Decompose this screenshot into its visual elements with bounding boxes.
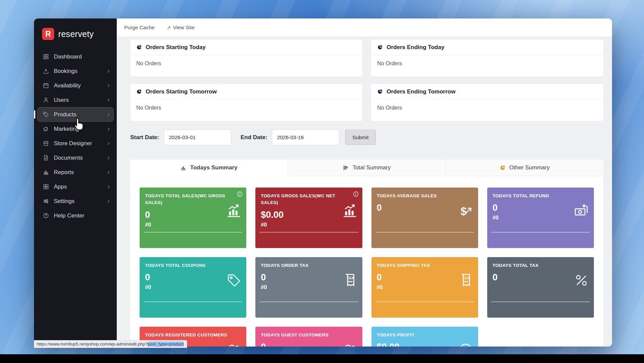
stat-card-todays-average-sales: TODAYS AVERAGE SALES0$ [371,188,478,248]
order-card-orders-starting-tomorrow: Orders Starting TomorrowNo Orders [130,84,362,121]
chevron-right-icon: › [107,183,110,191]
pie-chart-icon [377,44,383,50]
stat-title: TODAYS REGISTERED CUSTOMERS [145,332,241,338]
chevron-right-icon: › [107,154,110,162]
chevron-right-icon: › [107,111,110,118]
sidebar-item-documents[interactable]: Documents› [37,151,114,165]
cash-refund-icon [574,203,589,218]
stats-grid: TODAYS TOTAL SALES(WC GROSS SALES)0#0TOD… [140,188,594,347]
tab-total-summary[interactable]: Total Summary [288,160,445,176]
end-date-input[interactable] [272,129,339,145]
sidebar-item-label: Store Designer [54,140,92,147]
info-icon[interactable] [237,191,243,197]
pie-chart-icon [377,89,383,94]
bookings-icon [43,68,49,74]
sidebar-item-bookings[interactable]: Bookings› [37,64,114,78]
sidebar-item-users[interactable]: Users› [37,93,114,107]
order-card-body: No Orders [130,99,362,116]
tag-icon [226,273,242,288]
admin-topbar: Purge Cache ↗ View Site [117,18,612,37]
stat-divider [491,301,590,302]
chevron-right-icon: › [107,67,110,75]
tag-icon [43,111,49,118]
external-link-icon: ↗ [167,25,171,30]
stat-card-todays-guest-customers: TODAYS GUEST CUSTOMERS0#0 [255,327,362,347]
dollar-up-icon: $ [458,203,473,218]
stat-divider [259,301,358,302]
stat-title: TODAYS ORDER TAX [261,262,357,269]
stat-count: #0 [261,222,357,228]
stat-count: #0 [145,222,241,228]
megaphone-icon [43,126,49,132]
orders-summary-grid: Orders Starting TodayNo OrdersOrders End… [130,40,603,121]
sidebar-item-settings[interactable]: Settings› [37,194,114,208]
svg-text:TAX: TAX [347,276,354,280]
order-card-body: No Orders [130,55,362,72]
stat-card-todays-gross-sales-wc-net-sales: TODAYS GROSS SALES(WC NET SALES)$0.00#0 [255,188,362,248]
tab-label: Total Summary [353,164,391,171]
sidebar-item-label: Settings [54,198,74,205]
svg-text:$: $ [460,205,466,217]
purge-cache-link[interactable]: Purge Cache [124,25,154,31]
stat-title: TODAYS PROFIT [377,332,473,338]
sidebar-item-apps[interactable]: Apps› [37,179,114,194]
tab-label: Other Summary [509,164,550,171]
dashboard-content: Orders Starting TodayNo OrdersOrders End… [117,37,612,347]
document-icon [43,155,49,161]
sidebar-item-label: Apps [54,184,67,190]
pie-chart-icon [136,89,142,94]
bar-chart-icon [343,165,349,171]
stat-divider [144,301,242,302]
order-card-body: No Orders [371,99,603,116]
date-filter-row: Start Date: End Date: Submit [130,129,603,145]
order-card-body: No Orders [371,55,603,72]
apps-icon [43,184,49,190]
start-date-input[interactable] [164,129,231,145]
status-url-text: https://www.mim9up5.rentyshop.com/wp-adm… [37,341,148,347]
pie-icon [500,165,506,171]
app-window: R reservety DashboardBookings›Availabili… [34,18,612,347]
taskbar [0,354,644,363]
sidebar-item-help-center[interactable]: Help Center [37,208,114,223]
submit-button[interactable]: Submit [345,130,375,145]
user-icon [43,97,49,103]
info-icon[interactable] [353,191,359,197]
sidebar-item-availability[interactable]: Availability› [37,78,114,93]
calendar-icon [43,82,49,89]
users-icon [342,342,358,347]
stat-card-todays-total-tax: TODAYS TOTAL TAX0 [487,257,594,318]
summary-tabbar: Todays SummaryTotal SummaryOther Summary [130,160,603,176]
order-card-orders-ending-today: Orders Ending TodayNo Orders [371,40,603,77]
sidebar-item-label: Availability [54,82,81,89]
tab-todays-summary[interactable]: Todays Summary [130,160,288,176]
stat-card-todays-shipping-tax: TODAYS SHIPPING TAX0#0TAX [371,257,478,318]
chart-icon [43,169,49,175]
sidebar-item-reports[interactable]: Reports› [37,165,114,179]
stat-title: TODAYS GUEST CUSTOMERS [261,332,357,338]
sidebar-item-dashboard[interactable]: Dashboard [37,49,114,64]
view-site-link[interactable]: ↗ View Site [167,25,194,31]
chevron-right-icon: › [107,168,110,176]
stat-divider [375,232,474,233]
chevron-right-icon: › [107,139,110,147]
percent-icon [574,273,589,288]
sidebar-item-label: Documents [54,155,83,161]
brand[interactable]: R reservety [34,18,117,48]
sidebar-item-label: Bookings [54,68,77,75]
chevron-right-icon: › [107,96,110,104]
users-icon [226,342,242,347]
chevron-right-icon: › [107,197,110,205]
money-icon: $ [458,342,473,347]
tab-other-summary[interactable]: Other Summary [445,160,603,176]
stat-divider [375,301,474,302]
store-icon [43,140,49,147]
order-card-header: Orders Ending Tomorrow [371,84,603,99]
stat-divider [144,232,242,233]
grid-icon [43,53,49,60]
stat-title: TODAYS AVERAGE SALES [377,193,473,199]
sidebar-item-label: Dashboard [54,53,82,60]
stat-card-todays-total-coupons: TODAYS TOTAL COUPONS0#0 [140,257,246,318]
sidebar-item-store-designer[interactable]: Store Designer› [37,136,114,151]
order-card-orders-starting-today: Orders Starting TodayNo Orders [130,40,362,77]
sidebar-item-label: Users [54,97,69,104]
